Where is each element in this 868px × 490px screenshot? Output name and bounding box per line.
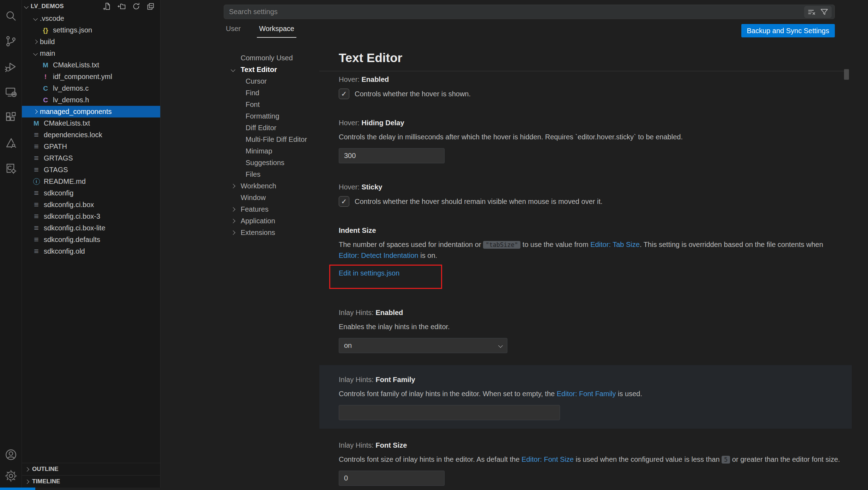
checkbox-hover-sticky[interactable]: ✓ — [339, 196, 349, 207]
tree-row-sdkconfig[interactable]: ≡sdkconfig — [22, 187, 160, 199]
setting-title: Hover: Hiding Delay — [339, 119, 843, 127]
setting-indent-size: Indent SizeThe number of spaces used for… — [339, 226, 843, 289]
toc-item-suggestions[interactable]: Suggestions — [224, 157, 330, 169]
explorer-section-header[interactable]: LV_DEMOS — [22, 0, 160, 13]
tree-row-sdkconfig.ci.box-lite[interactable]: ≡sdkconfig.ci.box-lite — [22, 222, 160, 234]
toc-item-diff-editor[interactable]: Diff Editor — [224, 122, 330, 134]
desc-text: . This setting is overridden based on th… — [640, 241, 823, 248]
idf-components-icon[interactable] — [4, 162, 18, 175]
input-inlay-hints-font-size[interactable]: 0 — [339, 471, 445, 486]
tree-row-main[interactable]: main — [22, 48, 160, 59]
toc-item-window[interactable]: Window — [224, 192, 330, 204]
toc-label: Font — [224, 101, 260, 109]
tree-row-settings.json[interactable]: {}settings.json — [22, 24, 160, 36]
select-inlay-hints-enabled[interactable]: on — [339, 338, 507, 353]
toc-item-multi-file-diff-editor[interactable]: Multi-File Diff Editor — [224, 134, 330, 145]
backup-and-sync-settings-button[interactable]: Backup and Sync Settings — [741, 24, 835, 37]
tree-row-build[interactable]: build — [22, 36, 160, 48]
setting-description: Controls font family of inlay hints in t… — [339, 388, 843, 399]
file-icon-GPATH: ≡ — [32, 142, 41, 151]
extensions-icon[interactable] — [4, 111, 18, 124]
tabs-holder: UserWorkspace — [224, 23, 311, 38]
espressif-idf-icon[interactable] — [4, 136, 18, 150]
toc-item-workbench[interactable]: Workbench — [224, 180, 330, 192]
toc-item-cursor[interactable]: Cursor — [224, 75, 330, 87]
chevron-down-icon — [33, 51, 38, 56]
refresh-icon[interactable] — [132, 2, 141, 11]
setting-link[interactable]: Editor: Tab Size — [590, 241, 640, 248]
file-icon-GTAGS: ≡ — [32, 165, 41, 175]
tree-row-sdkconfig.old[interactable]: ≡sdkconfig.old — [22, 246, 160, 257]
desc-text: to use the value from — [520, 241, 590, 248]
account-icon[interactable] — [4, 448, 18, 461]
run-debug-icon[interactable] — [4, 60, 18, 73]
settings-search-input[interactable]: Search settings — [229, 8, 278, 16]
settings-gear-icon[interactable] — [4, 469, 18, 483]
setting-link[interactable]: Editor: Detect Indentation — [339, 252, 418, 259]
collapse-all-icon[interactable] — [146, 2, 155, 11]
tree-row-lv_demos.c[interactable]: Clv_demos.c — [22, 83, 160, 94]
tree-row-CMakeLists.txt[interactable]: MCMakeLists.txt — [22, 59, 160, 71]
search-icon[interactable] — [4, 9, 18, 23]
toc-item-files[interactable]: Files — [224, 169, 330, 180]
tree-row-.vscode[interactable]: .vscode — [22, 13, 160, 24]
setting-link[interactable]: Editor: Font Family — [557, 390, 616, 398]
toc-item-commonly-used[interactable]: Commonly Used — [224, 52, 330, 64]
filter-icon[interactable] — [819, 7, 829, 17]
chevron-right-icon — [33, 109, 38, 114]
tree-row-lv_demos.h[interactable]: Clv_demos.h — [22, 94, 160, 106]
section-label: TIMELINE — [32, 478, 60, 485]
clear-filter-icon[interactable] — [807, 7, 816, 17]
tree-row-managed_components[interactable]: managed_components — [22, 106, 160, 117]
toc-item-application[interactable]: Application — [224, 215, 330, 227]
settings-content: Commonly UsedText EditorCursorFindFontFo… — [224, 42, 843, 488]
tree-row-sdkconfig.ci.box[interactable]: ≡sdkconfig.ci.box — [22, 199, 160, 211]
tree-row-GRTAGS[interactable]: ≡GRTAGS — [22, 152, 160, 164]
toc-label: Find — [224, 89, 259, 97]
source-control-icon[interactable] — [4, 35, 18, 48]
toc-item-extensions[interactable]: Extensions — [224, 227, 330, 238]
settings-search-bar[interactable]: Search settings — [224, 5, 835, 19]
toc-item-features[interactable]: Features — [224, 204, 330, 215]
input-inlay-hints-font-family[interactable] — [339, 405, 560, 420]
setting-link[interactable]: Editor: Font Size — [522, 455, 574, 463]
file-label: sdkconfig — [44, 189, 74, 197]
remote-explorer-icon[interactable] — [4, 85, 18, 99]
tab-user[interactable]: User — [224, 23, 243, 38]
tree-row-sdkconfig.defaults[interactable]: ≡sdkconfig.defaults — [22, 234, 160, 246]
desc-text: Controls font family of inlay hints in t… — [339, 390, 557, 398]
setting-description: Controls font size of inlay hints in the… — [339, 454, 843, 465]
chevron-right-icon — [33, 40, 38, 44]
input-hover-hiding-delay[interactable]: 300 — [339, 148, 445, 163]
tree-row-GTAGS[interactable]: ≡GTAGS — [22, 164, 160, 176]
toc-item-minimap[interactable]: Minimap — [224, 145, 330, 157]
setting-name: Font Family — [375, 376, 415, 383]
setting-name: Sticky — [361, 183, 382, 191]
toc-item-find[interactable]: Find — [224, 87, 330, 99]
sidebar-section-timeline[interactable]: TIMELINE — [22, 475, 160, 488]
new-folder-icon[interactable] — [117, 2, 126, 11]
sidebar-section-outline[interactable]: OUTLINE — [22, 463, 160, 475]
setting-title: Hover: Enabled — [339, 75, 843, 84]
toc-item-formatting[interactable]: Formatting — [224, 110, 330, 122]
tree-row-sdkconfig.ci.box-3[interactable]: ≡sdkconfig.ci.box-3 — [22, 211, 160, 222]
toc-label: Diff Editor — [224, 124, 276, 132]
chevron-right-icon — [25, 479, 29, 484]
checkbox-hover-enabled[interactable]: ✓ — [339, 89, 349, 99]
settings-scope-tabs: UserWorkspace Backup and Sync Settings — [224, 23, 835, 39]
tree-row-README.md[interactable]: iREADME.md — [22, 176, 160, 187]
tree-row-GPATH[interactable]: ≡GPATH — [22, 141, 160, 152]
edit-in-settings-json-link[interactable]: Edit in settings.json — [339, 269, 399, 277]
tree-row-idf_component.yml[interactable]: !idf_component.yml — [22, 71, 160, 83]
remote-status-segment[interactable] — [0, 488, 35, 490]
file-label: sdkconfig.ci.box — [44, 201, 94, 209]
toc-item-font[interactable]: Font — [224, 99, 330, 110]
tree-row-CMakeLists.txt[interactable]: MCMakeLists.txt — [22, 117, 160, 129]
annotation-red-box: Edit in settings.json — [329, 265, 442, 289]
desc-text: is used when the configured value is les… — [574, 455, 722, 463]
tree-row-dependencies.lock[interactable]: ≡dependencies.lock — [22, 129, 160, 141]
toc-item-text-editor[interactable]: Text Editor — [224, 64, 330, 75]
tab-workspace[interactable]: Workspace — [257, 23, 296, 38]
scrollbar-thumb[interactable] — [844, 69, 849, 80]
new-file-icon[interactable] — [103, 2, 112, 11]
